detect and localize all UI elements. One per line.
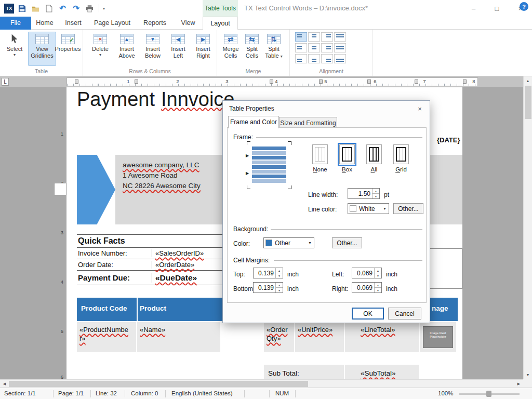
align-middle-right-button[interactable]: [321, 43, 333, 52]
status-num-lock[interactable]: NUM: [275, 390, 289, 396]
split-table-button[interactable]: ⇅ Split Table ▾: [263, 32, 285, 66]
properties-button[interactable]: ✓ Properties: [54, 32, 82, 66]
insert-left-button[interactable]: ◀ Insert Left: [166, 32, 190, 66]
maximize-button[interactable]: □: [485, 0, 509, 17]
align-middle-justify-button[interactable]: [334, 43, 346, 52]
tab-size-and-formatting[interactable]: Size and Formatting: [279, 117, 337, 128]
margin-top-input[interactable]: [254, 268, 275, 278]
ruler-column-marker[interactable]: [270, 79, 273, 84]
align-bottom-justify-button[interactable]: [334, 54, 346, 63]
line-width-input[interactable]: [348, 189, 372, 198]
cell-margins-group-label: Cell Margins:: [233, 257, 270, 264]
select-button[interactable]: Select ▾: [3, 32, 26, 66]
tab-file[interactable]: File: [0, 17, 31, 30]
scroll-down-icon[interactable]: ▼: [524, 370, 532, 379]
ruler-column-marker[interactable]: [415, 79, 418, 84]
insert-left-icon: ◀: [171, 34, 185, 44]
line-color-dropdown[interactable]: White ▾: [348, 203, 389, 214]
ruler-indent-marker[interactable]: [75, 79, 78, 84]
zoom-slider-thumb[interactable]: [486, 391, 491, 397]
margin-left-spinner[interactable]: ▲▼: [352, 268, 382, 278]
ruler-column-marker[interactable]: [135, 79, 138, 84]
status-section[interactable]: Section: 1/1: [4, 390, 36, 396]
vertical-ruler-row-marker[interactable]: [54, 183, 66, 195]
app-logo-icon[interactable]: TX: [4, 4, 14, 14]
tab-frame-and-color[interactable]: Frame and Color: [228, 116, 279, 128]
scroll-up-icon[interactable]: ▲: [524, 76, 532, 85]
customize-toolbar-caret-icon[interactable]: ▾: [103, 6, 105, 11]
vertical-scrollbar[interactable]: ▲ ▼: [523, 76, 532, 379]
spinner-buttons[interactable]: ▲▼: [372, 189, 379, 198]
view-gridlines-button[interactable]: View Gridlines: [28, 32, 56, 66]
background-color-dropdown[interactable]: Other ▾: [263, 237, 314, 248]
print-button[interactable]: [84, 3, 95, 14]
new-document-button[interactable]: [44, 3, 55, 14]
save-button[interactable]: [17, 3, 28, 14]
status-language[interactable]: English (United States): [171, 390, 233, 396]
tab-layout[interactable]: Layout: [203, 17, 238, 30]
merge-cells-button[interactable]: ⇄ Merge Cells: [220, 32, 241, 66]
margin-left-input[interactable]: [352, 268, 374, 278]
horizontal-scrollbar[interactable]: ◀ ▶: [0, 379, 523, 388]
spinner-buttons[interactable]: ▲▼: [374, 268, 381, 278]
margin-bottom-input[interactable]: [254, 283, 275, 292]
vertical-scroll-thumb[interactable]: [525, 86, 531, 119]
status-page[interactable]: Page: 1/1: [58, 390, 84, 396]
margin-bottom-spinner[interactable]: ▲▼: [253, 282, 283, 293]
align-top-right-button[interactable]: [321, 32, 333, 42]
spinner-buttons[interactable]: ▲▼: [275, 283, 283, 292]
minimize-button[interactable]: –: [462, 0, 485, 17]
align-middle-center-button[interactable]: [308, 43, 320, 52]
align-bottom-center-button[interactable]: [308, 54, 320, 63]
ruler-column-marker[interactable]: [319, 79, 323, 84]
dialog-close-button[interactable]: ×: [412, 103, 428, 114]
status-column[interactable]: Column: 0: [131, 390, 158, 396]
tab-view[interactable]: View: [174, 17, 203, 30]
frame-option-none[interactable]: None: [308, 144, 332, 172]
scroll-left-icon[interactable]: ◀: [0, 380, 9, 388]
align-top-center-button[interactable]: [308, 32, 320, 42]
background-other-button[interactable]: Other...: [332, 237, 362, 248]
ribbon-group-merge: ⇄ Merge Cells ⇆ Split Cells ⇅ Split Tabl…: [217, 30, 290, 76]
insert-below-button[interactable]: ▼ Insert Below: [140, 32, 165, 66]
frame-option-box[interactable]: Box: [335, 144, 359, 172]
scroll-right-icon[interactable]: ▶: [514, 380, 523, 388]
table-tools-context-label: Table Tools: [203, 0, 238, 17]
spinner-buttons[interactable]: ▲▼: [374, 283, 381, 292]
spinner-buttons[interactable]: ▲▼: [275, 268, 283, 278]
vertical-ruler-number: 5: [55, 328, 63, 334]
help-button[interactable]: ?: [520, 2, 528, 11]
frame-option-grid[interactable]: Grid: [389, 144, 413, 172]
margin-right-spinner[interactable]: ▲▼: [352, 282, 382, 293]
tab-home[interactable]: Home: [31, 17, 58, 30]
tab-page-layout[interactable]: Page Layout: [88, 17, 136, 30]
insert-above-button[interactable]: ▲ Insert Above: [114, 32, 139, 66]
frame-option-all[interactable]: All: [362, 144, 386, 172]
margin-right-input[interactable]: [352, 283, 374, 292]
ruler-column-marker[interactable]: [367, 79, 371, 84]
open-button[interactable]: [30, 3, 41, 14]
undo-button[interactable]: ↶: [57, 3, 68, 14]
tab-stop-selector[interactable]: L: [2, 78, 9, 86]
align-bottom-right-button[interactable]: [321, 54, 333, 63]
cancel-button[interactable]: Cancel: [388, 308, 421, 320]
split-cells-button[interactable]: ⇆ Split Cells: [242, 32, 262, 66]
margin-top-spinner[interactable]: ▲▼: [253, 268, 283, 278]
tab-insert[interactable]: Insert: [58, 17, 88, 30]
delete-button[interactable]: × Delete ▾: [88, 32, 112, 66]
line-color-other-button[interactable]: Other...: [393, 203, 423, 214]
align-middle-left-button[interactable]: [295, 43, 307, 52]
line-width-spinner[interactable]: ▲▼: [348, 188, 380, 199]
align-bottom-left-button[interactable]: [295, 54, 307, 63]
status-line[interactable]: Line: 32: [96, 390, 117, 396]
ruler-column-marker[interactable]: [463, 79, 467, 84]
zoom-percent[interactable]: 100%: [438, 390, 453, 396]
ok-button[interactable]: OK: [352, 308, 384, 320]
redo-button[interactable]: ↷: [71, 3, 82, 14]
tab-reports[interactable]: Reports: [136, 17, 174, 30]
background-group-label: Background:: [233, 225, 268, 233]
align-top-left-button[interactable]: [295, 32, 307, 42]
align-top-justify-button[interactable]: [334, 32, 346, 42]
horizontal-scroll-thumb[interactable]: [9, 381, 308, 387]
insert-right-button[interactable]: ▶ Insert Right: [191, 32, 215, 66]
